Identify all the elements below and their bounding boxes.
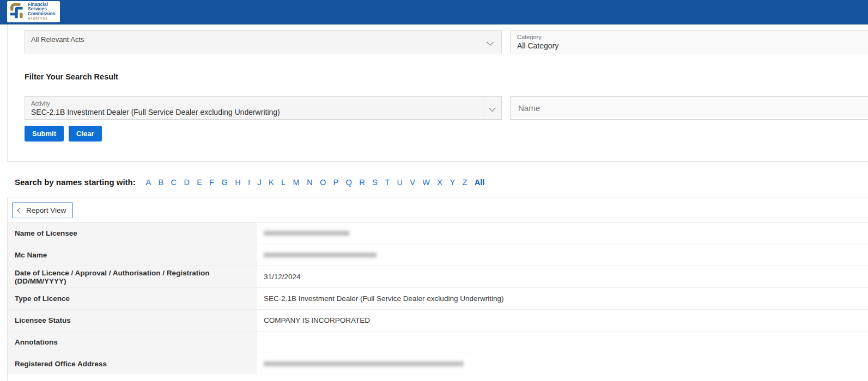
table-row: Type of LicenceSEC-2.1B Investment Deale… — [8, 287, 868, 309]
row-label: Licensee Status — [8, 310, 257, 331]
row-label: Annotations — [8, 331, 257, 353]
row-value: COMPANY IS INCORPORATED — [257, 310, 868, 331]
letter-link[interactable]: C — [171, 178, 177, 187]
activity-select-button[interactable] — [483, 97, 501, 119]
letter-link[interactable]: B — [158, 178, 163, 187]
row-value — [257, 223, 868, 244]
redacted-value — [264, 229, 349, 237]
filter-heading: Filter Your Search Result — [25, 72, 118, 81]
clear-button[interactable]: Clear — [69, 126, 102, 142]
activity-select[interactable]: Activity SEC-2.1B Investment Dealer (Ful… — [25, 96, 502, 120]
alphabet-nav-label: Search by names starting with: — [15, 177, 136, 187]
table-row: Registered Office Address — [8, 353, 868, 374]
chevron-down-icon — [487, 39, 494, 46]
letter-link[interactable]: T — [385, 178, 390, 187]
row-value — [257, 244, 868, 266]
redacted-value — [264, 360, 464, 368]
licensee-detail-table: Name of LicenseeMc NameDate of Licence /… — [8, 222, 868, 374]
letter-link[interactable]: E — [197, 178, 202, 187]
name-input[interactable] — [510, 96, 868, 120]
letter-link[interactable]: H — [235, 178, 240, 187]
row-label: Name of Licensee — [8, 223, 257, 244]
letter-link[interactable]: X — [437, 178, 442, 187]
table-row: Name of Licensee — [8, 222, 868, 244]
row-label: Type of Licence — [8, 288, 257, 309]
letter-link[interactable]: S — [372, 178, 378, 187]
logo-line-3: Commission — [28, 11, 56, 16]
search-filter-panel: All Relevant Acts Category All Category … — [7, 24, 868, 162]
category-label: Category — [517, 34, 868, 40]
chevron-down-icon — [489, 105, 496, 112]
row-label: Mc Name — [8, 244, 257, 266]
category-value: All Category — [517, 41, 868, 50]
letter-link-all[interactable]: All — [475, 178, 485, 187]
licensee-report-panel: Report View Name of LicenseeMc NameDate … — [7, 198, 868, 381]
table-row: Date of Licence / Approval / Authorisati… — [8, 266, 868, 287]
table-row: Mc Name — [8, 244, 868, 266]
letter-link[interactable]: G — [222, 178, 228, 187]
letter-link[interactable]: Y — [450, 178, 455, 187]
submit-button[interactable]: Submit — [25, 126, 64, 142]
row-label: Date of Licence / Approval / Authorisati… — [8, 266, 257, 287]
letter-link[interactable]: A — [145, 178, 151, 187]
relevant-acts-select[interactable]: All Relevant Acts — [25, 30, 502, 53]
report-view-label: Report View — [26, 206, 66, 214]
letter-link[interactable]: M — [293, 178, 300, 187]
letter-link[interactable]: O — [320, 178, 326, 187]
report-view-button[interactable]: Report View — [12, 202, 73, 218]
fsc-logo-text: Financial Services Commission MAURITIUS — [28, 2, 56, 22]
letter-link[interactable]: D — [184, 178, 189, 187]
chevron-left-icon — [17, 207, 23, 213]
row-value — [257, 353, 868, 374]
letter-link[interactable]: K — [269, 178, 274, 187]
letter-link[interactable]: U — [397, 178, 402, 187]
logo-country: MAURITIUS — [28, 17, 56, 22]
relevant-acts-label: All Relevant Acts — [31, 35, 84, 44]
category-field[interactable]: Category All Category — [510, 30, 868, 53]
letter-link[interactable]: V — [410, 178, 415, 187]
fsc-logo-icon — [9, 2, 26, 22]
table-row: Annotations — [8, 331, 868, 353]
letter-link[interactable]: Z — [462, 178, 467, 187]
table-row: Licensee StatusCOMPANY IS INCORPORATED — [8, 309, 868, 331]
filter-actions: Submit Clear — [25, 126, 102, 142]
activity-value: SEC-2.1B Investment Dealer (Full Service… — [31, 108, 477, 116]
row-label: Registered Office Address — [8, 353, 257, 374]
redacted-value — [264, 251, 377, 259]
row-value: SEC-2.1B Investment Dealer (Full Service… — [257, 288, 868, 309]
letter-link[interactable]: J — [257, 178, 261, 187]
alphabet-letters: ABCDEFGHIJKLMNOPQRSTUVWXYZAll — [142, 177, 488, 187]
row-value — [257, 331, 868, 353]
fsc-logo[interactable]: Financial Services Commission MAURITIUS — [7, 1, 60, 22]
row-value: 31/12/2024 — [257, 266, 868, 287]
letter-link[interactable]: F — [209, 178, 214, 187]
letter-link[interactable]: P — [333, 178, 339, 187]
top-header-bar: Financial Services Commission MAURITIUS — [0, 0, 868, 24]
letter-link[interactable]: W — [422, 178, 430, 187]
letter-link[interactable]: L — [281, 178, 286, 187]
letter-link[interactable]: R — [359, 178, 365, 187]
alphabet-nav: Search by names starting with: ABCDEFGHI… — [15, 177, 859, 187]
activity-label: Activity — [31, 100, 477, 107]
letter-link[interactable]: Q — [346, 178, 352, 187]
letter-link[interactable]: I — [248, 178, 250, 187]
letter-link[interactable]: N — [307, 178, 312, 187]
